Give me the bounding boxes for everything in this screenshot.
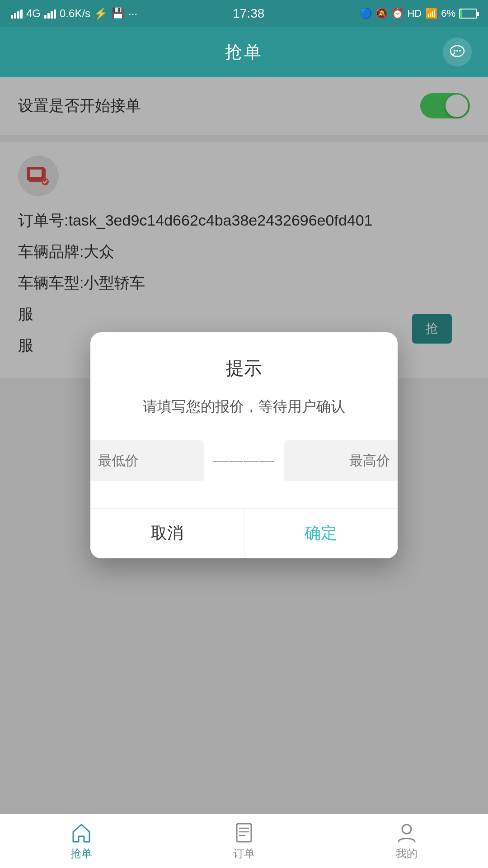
modal-dialog: 提示 请填写您的报价，等待用户确认 ———— 取消 确定 bbox=[90, 332, 398, 558]
signal-icon2 bbox=[44, 9, 56, 19]
status-time: 17:38 bbox=[233, 6, 264, 21]
usb-icon: ⚡ bbox=[94, 7, 108, 20]
status-bar: 4G 0.6K/s ⚡ 💾 ··· 17:38 🔵 🔕 ⏰ HD 📶 6% bbox=[0, 0, 488, 27]
max-price-input[interactable] bbox=[284, 440, 398, 481]
more-icon: ··· bbox=[128, 7, 137, 20]
bluetooth-icon: 🔵 bbox=[360, 8, 372, 19]
svg-rect-8 bbox=[237, 824, 251, 842]
min-price-input[interactable] bbox=[90, 440, 204, 481]
modal-overlay: 提示 请填写您的报价，等待用户确认 ———— 取消 确定 bbox=[0, 77, 488, 814]
confirm-button[interactable]: 确定 bbox=[244, 509, 398, 558]
nav-item-profile[interactable]: 我的 bbox=[325, 814, 488, 868]
price-separator: ———— bbox=[213, 452, 275, 469]
alarm-icon: ⏰ bbox=[391, 8, 404, 19]
status-right: 🔵 🔕 ⏰ HD 📶 6% bbox=[360, 8, 477, 19]
app-bar-title: 抢单 bbox=[225, 41, 263, 64]
home-icon bbox=[70, 822, 92, 844]
battery-icon bbox=[459, 9, 477, 19]
orders-icon bbox=[233, 822, 255, 844]
main-content: 设置是否开始接单 订单号:task_3ed9c14d662c4ba38e2432… bbox=[0, 77, 488, 814]
svg-point-2 bbox=[456, 50, 458, 52]
app-bar: 抢单 bbox=[0, 27, 488, 77]
mute-icon: 🔕 bbox=[375, 8, 388, 19]
nav-label-orders: 订单 bbox=[233, 846, 255, 861]
bottom-nav: 抢单 订单 我的 bbox=[0, 814, 488, 868]
svg-point-3 bbox=[459, 50, 461, 52]
price-row: ———— bbox=[112, 440, 376, 481]
network-type: 4G bbox=[26, 7, 41, 20]
modal-title: 提示 bbox=[112, 356, 376, 381]
modal-message: 请填写您的报价，等待用户确认 bbox=[112, 395, 376, 418]
modal-body: 提示 请填写您的报价，等待用户确认 ———— bbox=[90, 332, 398, 508]
battery-label: 6% bbox=[441, 8, 455, 19]
wifi-icon: 📶 bbox=[425, 8, 437, 19]
storage-icon: 💾 bbox=[111, 7, 125, 20]
signal-icon bbox=[11, 9, 23, 19]
status-left: 4G 0.6K/s ⚡ 💾 ··· bbox=[11, 7, 137, 20]
message-button[interactable] bbox=[443, 38, 472, 66]
nav-item-grab[interactable]: 抢单 bbox=[0, 814, 163, 868]
profile-icon bbox=[396, 822, 418, 844]
nav-label-profile: 我的 bbox=[396, 846, 418, 861]
svg-point-12 bbox=[402, 825, 411, 834]
network-speed: 0.6K/s bbox=[60, 7, 90, 20]
hd-label: HD bbox=[407, 8, 422, 19]
modal-footer: 取消 确定 bbox=[90, 508, 398, 558]
cancel-button[interactable]: 取消 bbox=[90, 509, 244, 558]
nav-item-orders[interactable]: 订单 bbox=[163, 814, 325, 868]
svg-point-1 bbox=[454, 50, 455, 52]
nav-label-grab: 抢单 bbox=[70, 846, 92, 861]
